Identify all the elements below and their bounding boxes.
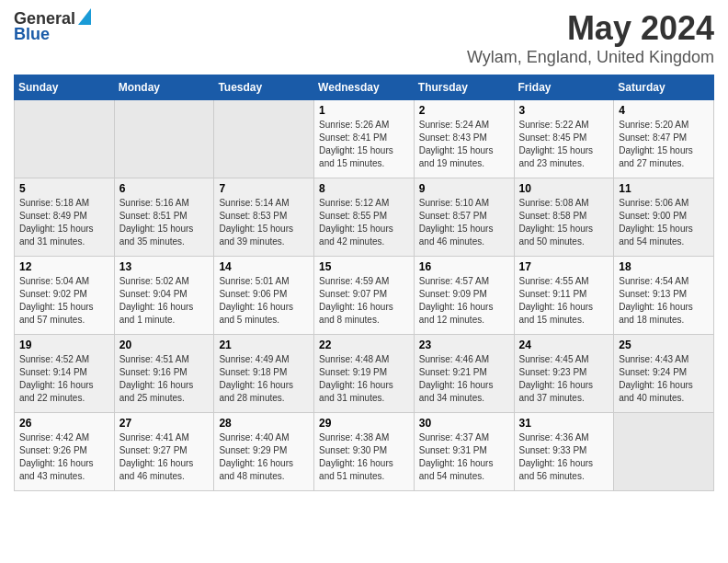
header: General Blue May 2024 Wylam, England, Un… [14,9,714,67]
day-info: Sunrise: 5:14 AMSunset: 8:53 PMDaylight:… [219,197,309,248]
day-info: Sunrise: 4:42 AMSunset: 9:26 PMDaylight:… [19,431,109,483]
day-info: Sunrise: 5:26 AMSunset: 8:41 PMDaylight:… [319,119,409,170]
svg-marker-0 [78,8,91,25]
day-number: 23 [419,339,509,351]
day-info: Sunrise: 5:04 AMSunset: 9:02 PMDaylight:… [19,275,109,327]
day-info: Sunrise: 5:10 AMSunset: 8:57 PMDaylight:… [419,197,509,248]
day-number: 13 [119,260,210,273]
week-row-3: 12Sunrise: 5:04 AMSunset: 9:02 PMDayligh… [15,257,714,335]
day-info: Sunrise: 4:46 AMSunset: 9:21 PMDaylight:… [419,353,509,405]
calendar-cell: 15Sunrise: 4:59 AMSunset: 9:07 PMDayligh… [314,257,415,335]
weekday-header-sunday: Sunday [15,75,115,100]
day-info: Sunrise: 4:51 AMSunset: 9:16 PMDaylight:… [119,353,210,405]
day-info: Sunrise: 4:37 AMSunset: 9:31 PMDaylight:… [419,431,509,483]
weekday-header-tuesday: Tuesday [214,75,314,100]
day-number: 28 [219,417,309,430]
calendar-cell: 12Sunrise: 5:04 AMSunset: 9:02 PMDayligh… [15,257,115,335]
day-info: Sunrise: 5:12 AMSunset: 8:55 PMDaylight:… [319,197,409,248]
day-info: Sunrise: 4:49 AMSunset: 9:18 PMDaylight:… [219,353,309,405]
calendar-cell: 7Sunrise: 5:14 AMSunset: 8:53 PMDaylight… [214,178,314,257]
logo-blue-text: Blue [14,25,50,44]
week-row-2: 5Sunrise: 5:18 AMSunset: 8:49 PMDaylight… [15,178,714,257]
day-info: Sunrise: 4:45 AMSunset: 9:23 PMDaylight:… [519,353,609,405]
calendar-cell: 24Sunrise: 4:45 AMSunset: 9:23 PMDayligh… [514,335,614,413]
month-title: May 2024 [467,9,714,48]
calendar-cell: 28Sunrise: 4:40 AMSunset: 9:29 PMDayligh… [214,413,314,491]
calendar-cell: 14Sunrise: 5:01 AMSunset: 9:06 PMDayligh… [214,257,314,335]
calendar-cell: 21Sunrise: 4:49 AMSunset: 9:18 PMDayligh… [214,335,314,413]
weekday-header-row: SundayMondayTuesdayWednesdayThursdayFrid… [15,75,714,100]
day-number: 30 [419,417,509,430]
calendar-cell: 1Sunrise: 5:26 AMSunset: 8:41 PMDaylight… [314,100,415,178]
calendar-cell [614,413,714,491]
day-info: Sunrise: 5:01 AMSunset: 9:06 PMDaylight:… [219,275,309,327]
weekday-header-saturday: Saturday [614,75,714,100]
day-info: Sunrise: 5:06 AMSunset: 9:00 PMDaylight:… [619,197,709,248]
day-number: 8 [319,182,409,195]
weekday-header-monday: Monday [114,75,214,100]
calendar-cell: 22Sunrise: 4:48 AMSunset: 9:19 PMDayligh… [314,335,415,413]
calendar-cell: 19Sunrise: 4:52 AMSunset: 9:14 PMDayligh… [15,335,115,413]
day-info: Sunrise: 4:36 AMSunset: 9:33 PMDaylight:… [519,431,609,483]
day-info: Sunrise: 4:38 AMSunset: 9:30 PMDaylight:… [319,431,409,483]
calendar-cell: 11Sunrise: 5:06 AMSunset: 9:00 PMDayligh… [614,178,714,257]
day-number: 20 [119,339,210,351]
calendar-cell: 9Sunrise: 5:10 AMSunset: 8:57 PMDaylight… [414,178,514,257]
weekday-header-thursday: Thursday [414,75,514,100]
day-info: Sunrise: 5:22 AMSunset: 8:45 PMDaylight:… [519,119,609,170]
day-number: 5 [19,182,109,195]
day-info: Sunrise: 5:08 AMSunset: 8:58 PMDaylight:… [519,197,609,248]
day-number: 31 [519,417,609,430]
day-number: 2 [419,104,509,117]
day-number: 24 [519,339,609,351]
day-number: 6 [119,182,210,195]
day-number: 21 [219,339,309,351]
day-number: 12 [19,260,109,273]
day-number: 29 [319,417,409,430]
week-row-4: 19Sunrise: 4:52 AMSunset: 9:14 PMDayligh… [15,335,714,413]
day-number: 18 [619,260,709,273]
day-number: 19 [19,339,109,351]
calendar-cell: 18Sunrise: 4:54 AMSunset: 9:13 PMDayligh… [614,257,714,335]
week-row-1: 1Sunrise: 5:26 AMSunset: 8:41 PMDaylight… [15,100,714,178]
calendar-cell: 16Sunrise: 4:57 AMSunset: 9:09 PMDayligh… [414,257,514,335]
calendar-cell: 8Sunrise: 5:12 AMSunset: 8:55 PMDaylight… [314,178,415,257]
title-section: May 2024 Wylam, England, United Kingdom [467,9,714,67]
day-info: Sunrise: 4:40 AMSunset: 9:29 PMDaylight:… [219,431,309,483]
calendar-cell: 4Sunrise: 5:20 AMSunset: 8:47 PMDaylight… [614,100,714,178]
day-number: 15 [319,260,409,273]
day-number: 11 [619,182,709,195]
day-number: 4 [619,104,709,117]
calendar-cell [214,100,314,178]
day-info: Sunrise: 4:48 AMSunset: 9:19 PMDaylight:… [319,353,409,405]
calendar-cell: 2Sunrise: 5:24 AMSunset: 8:43 PMDaylight… [414,100,514,178]
calendar-cell: 3Sunrise: 5:22 AMSunset: 8:45 PMDaylight… [514,100,614,178]
calendar-cell: 6Sunrise: 5:16 AMSunset: 8:51 PMDaylight… [114,178,214,257]
day-info: Sunrise: 4:41 AMSunset: 9:27 PMDaylight:… [119,431,210,483]
calendar-cell: 26Sunrise: 4:42 AMSunset: 9:26 PMDayligh… [15,413,115,491]
day-number: 9 [419,182,509,195]
calendar-cell: 25Sunrise: 4:43 AMSunset: 9:24 PMDayligh… [614,335,714,413]
calendar-cell: 27Sunrise: 4:41 AMSunset: 9:27 PMDayligh… [114,413,214,491]
weekday-header-friday: Friday [514,75,614,100]
calendar-cell: 10Sunrise: 5:08 AMSunset: 8:58 PMDayligh… [514,178,614,257]
day-info: Sunrise: 4:55 AMSunset: 9:11 PMDaylight:… [519,275,609,327]
day-info: Sunrise: 4:57 AMSunset: 9:09 PMDaylight:… [419,275,509,327]
calendar-cell: 17Sunrise: 4:55 AMSunset: 9:11 PMDayligh… [514,257,614,335]
day-info: Sunrise: 5:20 AMSunset: 8:47 PMDaylight:… [619,119,709,170]
day-info: Sunrise: 5:16 AMSunset: 8:51 PMDaylight:… [119,197,210,248]
day-number: 10 [519,182,609,195]
calendar-cell: 29Sunrise: 4:38 AMSunset: 9:30 PMDayligh… [314,413,415,491]
calendar-cell: 30Sunrise: 4:37 AMSunset: 9:31 PMDayligh… [414,413,514,491]
day-number: 27 [119,417,210,430]
calendar-table: SundayMondayTuesdayWednesdayThursdayFrid… [14,75,714,491]
logo: General Blue [14,9,91,44]
calendar-cell [15,100,115,178]
day-info: Sunrise: 4:52 AMSunset: 9:14 PMDaylight:… [19,353,109,405]
day-number: 3 [519,104,609,117]
calendar-cell: 20Sunrise: 4:51 AMSunset: 9:16 PMDayligh… [114,335,214,413]
day-number: 22 [319,339,409,351]
day-number: 1 [319,104,409,117]
day-info: Sunrise: 4:43 AMSunset: 9:24 PMDaylight:… [619,353,709,405]
day-number: 25 [619,339,709,351]
